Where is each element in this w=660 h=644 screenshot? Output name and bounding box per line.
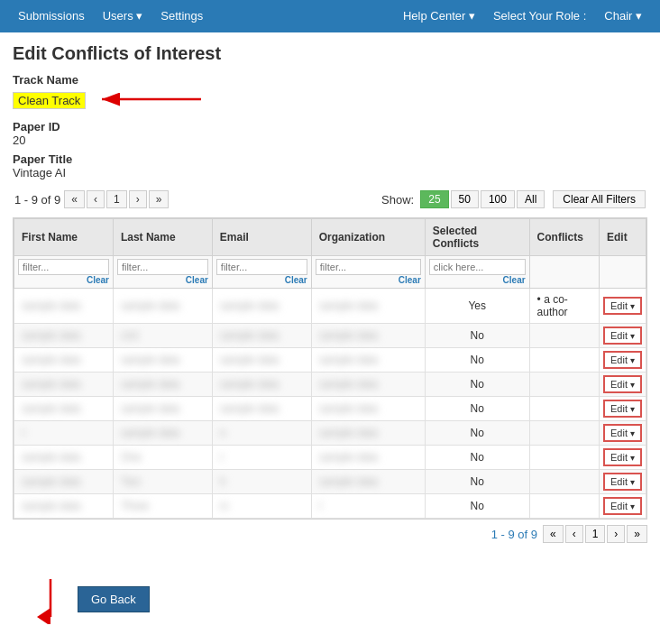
cell-conflicts-7 xyxy=(529,470,599,494)
cell-email-6: r xyxy=(212,446,311,470)
cell-first-2: sample data xyxy=(14,348,114,373)
pagination-bottom-last-btn[interactable]: » xyxy=(627,525,647,543)
edit-btn-0[interactable]: Edit xyxy=(603,297,642,315)
cell-conflicts-0: a co-author xyxy=(529,289,599,324)
filter-selected-conflicts-clear[interactable]: Clear xyxy=(429,275,526,285)
table-row: sample dataTwohsample dataNoEdit xyxy=(14,470,646,494)
nav-submissions[interactable]: Submissions xyxy=(9,0,94,32)
nav-select-role-label: Select Your Role : xyxy=(484,0,595,32)
edit-btn-3[interactable]: Edit xyxy=(603,375,642,393)
col-edit: Edit xyxy=(599,219,646,256)
table-row: sample datasample datasample datasample … xyxy=(14,348,646,373)
filter-last-name-clear[interactable]: Clear xyxy=(117,275,208,285)
cell-selected-0: Yes xyxy=(425,289,529,324)
paper-id-value: 20 xyxy=(13,133,647,147)
show-all-btn[interactable]: All xyxy=(517,190,545,208)
track-name-label: Track Name xyxy=(13,73,647,87)
col-selected-conflicts: Selected Conflicts xyxy=(425,219,529,256)
col-conflicts: Conflicts xyxy=(529,219,599,256)
show-controls: 25 50 100 All xyxy=(420,190,545,208)
cell-email-7: h xyxy=(212,470,311,494)
filter-email-clear[interactable]: Clear xyxy=(216,275,307,285)
nav-users[interactable]: Users xyxy=(94,0,152,32)
cell-edit-4: Edit xyxy=(599,397,646,421)
edit-btn-8[interactable]: Edit xyxy=(603,497,642,515)
clear-all-filters-btn[interactable]: Clear All Filters xyxy=(553,190,646,208)
cell-edit-7: Edit xyxy=(599,470,646,494)
cell-email-1: sample data xyxy=(212,324,311,348)
nav-help-center[interactable]: Help Center xyxy=(394,0,484,32)
cell-email-5: n xyxy=(212,421,311,446)
filter-email-input[interactable] xyxy=(216,259,307,275)
table-row: sample datasample datasample datasample … xyxy=(14,289,646,324)
cell-selected-5: No xyxy=(425,421,529,446)
filter-first-name-input[interactable] xyxy=(18,259,109,275)
edit-btn-7[interactable]: Edit xyxy=(603,473,642,491)
edit-btn-2[interactable]: Edit xyxy=(603,351,642,369)
track-value-badge: Clean Track xyxy=(13,92,86,109)
conflict-item: a co-author xyxy=(537,293,568,318)
cell-edit-3: Edit xyxy=(599,373,646,397)
cell-first-7: sample data xyxy=(14,470,114,494)
pagination-bottom-next-btn[interactable]: › xyxy=(607,525,625,543)
pagination-bottom-info: 1 - 9 of 9 xyxy=(491,528,537,541)
cell-last-3: sample data xyxy=(113,373,212,397)
cell-last-6: One xyxy=(113,446,212,470)
cell-last-7: Two xyxy=(113,470,212,494)
edit-btn-1[interactable]: Edit xyxy=(603,327,642,345)
cell-org-3: sample data xyxy=(311,373,425,397)
pagination-next-btn[interactable]: › xyxy=(129,190,147,208)
pagination-page1-btn[interactable]: 1 xyxy=(106,190,127,208)
table-body: sample datasample datasample datasample … xyxy=(14,289,646,519)
pagination-prev-btn[interactable]: ‹ xyxy=(87,190,105,208)
cell-email-0: sample data xyxy=(212,289,311,324)
cell-last-8: Three xyxy=(113,494,212,519)
filter-first-name-cell: Clear xyxy=(14,256,114,289)
cell-last-4: sample data xyxy=(113,397,212,421)
pagination-bottom-first-btn[interactable]: « xyxy=(543,525,564,543)
col-organization: Organization xyxy=(311,219,425,256)
edit-btn-6[interactable]: Edit xyxy=(603,448,642,466)
pagination-top: 1 - 9 of 9 « ‹ 1 › » Show: 25 50 100 All… xyxy=(13,185,647,214)
cell-first-4: sample data xyxy=(14,397,114,421)
paper-title-section: Paper Title Vintage AI xyxy=(13,152,647,179)
pagination-first-btn[interactable]: « xyxy=(64,190,85,208)
filter-first-name-clear[interactable]: Clear xyxy=(18,275,109,285)
conflicts-table-wrapper: First Name Last Name Email Organization … xyxy=(13,217,647,520)
cell-conflicts-6 xyxy=(529,446,599,470)
cell-edit-5: Edit xyxy=(599,421,646,446)
cell-last-0: sample data xyxy=(113,289,212,324)
filter-org-cell: Clear xyxy=(311,256,425,289)
col-email: Email xyxy=(212,219,311,256)
table-row: Isample datansample dataNoEdit xyxy=(14,421,646,446)
edit-btn-5[interactable]: Edit xyxy=(603,424,642,442)
cell-email-2: sample data xyxy=(212,348,311,373)
cell-edit-8: Edit xyxy=(599,494,646,519)
filter-edit-empty xyxy=(599,256,646,289)
cell-selected-3: No xyxy=(425,373,529,397)
pagination-bottom-page1-btn[interactable]: 1 xyxy=(585,525,606,543)
pagination-top-controls: « ‹ 1 › » xyxy=(64,190,169,208)
navbar: Submissions Users Settings Help Center S… xyxy=(0,0,660,32)
pagination-last-btn[interactable]: » xyxy=(149,190,170,208)
filter-last-name-input[interactable] xyxy=(117,259,208,275)
cell-first-0: sample data xyxy=(14,289,114,324)
show-100-btn[interactable]: 100 xyxy=(481,190,515,208)
cell-selected-8: No xyxy=(425,494,529,519)
cell-org-2: sample data xyxy=(311,348,425,373)
show-50-btn[interactable]: 50 xyxy=(451,190,479,208)
go-back-button[interactable]: Go Back xyxy=(78,586,150,612)
cell-edit-1: Edit xyxy=(599,324,646,348)
nav-role-chair[interactable]: Chair xyxy=(595,0,651,32)
filter-selected-conflicts-input[interactable] xyxy=(429,259,526,275)
filter-org-clear[interactable]: Clear xyxy=(316,275,421,285)
pagination-bottom-prev-btn[interactable]: ‹ xyxy=(565,525,583,543)
conflicts-table: First Name Last Name Email Organization … xyxy=(14,218,646,519)
cell-org-8: l xyxy=(311,494,425,519)
nav-settings[interactable]: Settings xyxy=(151,0,212,32)
edit-btn-4[interactable]: Edit xyxy=(603,400,642,418)
filter-org-input[interactable] xyxy=(316,259,421,275)
show-25-btn[interactable]: 25 xyxy=(420,190,448,208)
cell-first-3: sample data xyxy=(14,373,114,397)
cell-last-2: sample data xyxy=(113,348,212,373)
